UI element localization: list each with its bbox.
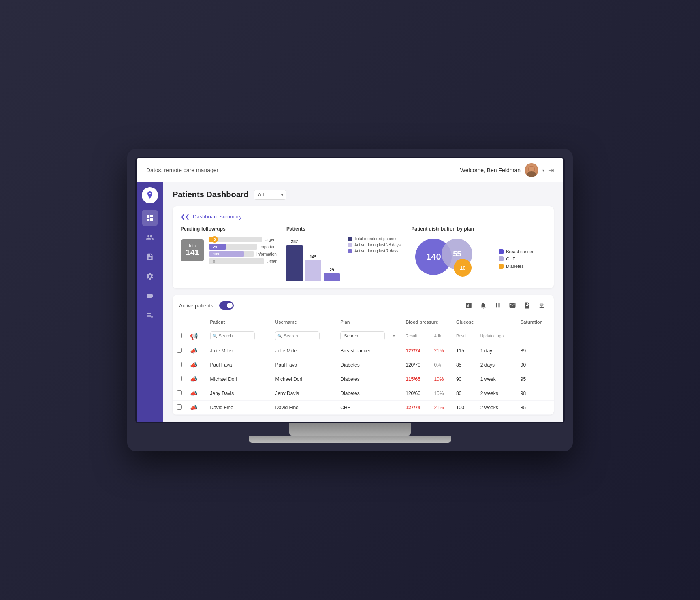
megaphone-header-icon: 📢 [190, 333, 198, 340]
legend-total: Total monitored patients [348, 237, 401, 241]
row3-adh-value: 10% [434, 376, 444, 382]
toggle-chevron: ❮❮ [181, 214, 190, 220]
bar-track-urgent: 3 [209, 237, 262, 242]
th-plan: Plan [336, 316, 401, 328]
filter-select[interactable]: All Active Inactive [254, 190, 286, 200]
sidebar-item-dashboard[interactable] [142, 210, 158, 226]
row5-glucose: 100 [452, 401, 476, 415]
table-header-bar: Active patients [173, 295, 554, 316]
information-label: Information [256, 252, 277, 256]
dist-label-diabetes: Diabetes [506, 264, 523, 269]
row5-bp-adh: 21% [430, 401, 452, 415]
table-body: 📣 Julie Miller Julie Miller Breast cance… [173, 344, 554, 415]
bar-track-other: 0 [209, 258, 264, 264]
plan-filter-select[interactable]: Search... Breast cancer Diabetes CHF [340, 331, 385, 340]
row5-username: David Fine [271, 401, 336, 415]
action-export-icon[interactable] [536, 300, 547, 311]
dist-legend-chf: CHF [499, 256, 534, 261]
dist-label-chf: CHF [506, 256, 515, 261]
bar-track-important: 29 [209, 244, 257, 250]
total-label: Total [186, 243, 199, 248]
row3-check [173, 372, 186, 386]
action-chart-icon[interactable] [463, 300, 474, 311]
row1-alert-icon: 📣 [190, 347, 198, 354]
row1-plan: Breast cancer [336, 344, 401, 358]
summary-toggle[interactable]: ❮❮ Dashboard summary [181, 214, 546, 220]
sidebar-item-settings[interactable] [142, 268, 158, 284]
table-row: 📣 Michael Dori Michael Dori Diabetes 115… [173, 372, 554, 386]
th-glucose-updated-sub: Updated ago. [476, 328, 516, 344]
sidebar-item-reports[interactable] [142, 249, 158, 265]
bar-other: 0 Other [209, 258, 277, 264]
sidebar-item-patients[interactable] [142, 229, 158, 246]
logout-icon[interactable]: ⇥ [548, 167, 554, 174]
th-username: Username [271, 316, 336, 328]
total-num: 141 [186, 248, 199, 257]
row1-glucose-updated: 1 day [476, 344, 516, 358]
bar-total-monitored: 287 [286, 239, 303, 281]
action-pause-icon[interactable] [492, 300, 504, 311]
row1-username: Julie Miller [271, 344, 336, 358]
action-bell-icon[interactable] [478, 300, 489, 311]
active-toggle-container: Active patients [179, 301, 234, 310]
bar-145 [305, 260, 321, 281]
legend-dot-28 [348, 243, 352, 247]
row2-name: Paul Fava [206, 358, 271, 372]
bar-important: 29 Important [209, 244, 277, 250]
row5-glucose-updated: 2 weeks [476, 401, 516, 415]
th-plan-select: Search... Breast cancer Diabetes CHF [336, 328, 401, 344]
row1-alert: 📣 [186, 344, 206, 358]
row3-bp-adh: 10% [430, 372, 452, 386]
th-patient: Patient [206, 316, 271, 328]
row2-alert: 📣 [186, 358, 206, 372]
row3-alert-icon: 📣 [190, 376, 198, 382]
row2-adh-value: 0% [434, 362, 441, 368]
filter-select-wrapper[interactable]: All Active Inactive [254, 190, 286, 200]
row4-glucose: 80 [452, 386, 476, 401]
sidebar [137, 182, 163, 422]
action-mail-icon[interactable] [507, 300, 518, 311]
th-bp-result: Blood pressure [401, 316, 452, 328]
row4-username: Jeny Davis [271, 386, 336, 401]
table-row: 📣 Julie Miller Julie Miller Breast cance… [173, 344, 554, 358]
sidebar-item-video[interactable] [142, 288, 158, 304]
legend-7: Active during last 7 days [348, 249, 401, 253]
active-toggle[interactable] [219, 301, 234, 310]
row5-check [173, 401, 186, 415]
th-glucose-result-sub: Result [452, 328, 476, 344]
legend-label-total: Total monitored patients [354, 237, 397, 241]
row4-bp-value: 120/60 [405, 391, 420, 396]
avatar[interactable] [525, 163, 538, 177]
row3-checkbox[interactable] [177, 376, 182, 381]
welcome-text: Welcome, Ben Feldman [460, 167, 521, 173]
row5-checkbox[interactable] [177, 404, 182, 410]
row1-check [173, 344, 186, 358]
row3-name: Michael Dori [206, 372, 271, 386]
table-row: 📣 David Fine David Fine CHF 127/74 21% 1… [173, 401, 554, 415]
row1-name: Julie Miller [206, 344, 271, 358]
select-all-checkbox[interactable] [177, 333, 182, 338]
username-search-input[interactable] [275, 331, 320, 340]
action-doc-icon[interactable] [521, 300, 533, 311]
th-patient-search [206, 328, 271, 344]
row1-saturation: 89 [516, 344, 554, 358]
bar-fill-important: 29 [209, 244, 226, 250]
row5-saturation: 85 [516, 401, 554, 415]
row1-checkbox[interactable] [177, 348, 182, 353]
dist-legend-breast: Breast cancer [499, 249, 534, 254]
row2-checkbox[interactable] [177, 362, 182, 367]
legend-label-7: Active during last 7 days [354, 249, 398, 253]
th-username-search [271, 328, 336, 344]
page-header: Patients Dashboard All Active Inactive [173, 190, 554, 200]
patients-table-section: Active patients [173, 295, 554, 415]
row5-name: David Fine [206, 401, 271, 415]
row4-checkbox[interactable] [177, 390, 182, 395]
row5-bp-value: 127/74 [405, 405, 420, 410]
th-alert [186, 316, 206, 328]
distribution-title: Patient distribution by plan [411, 226, 546, 232]
summary-label: Dashboard summary [193, 214, 242, 220]
dist-dot-chf [499, 256, 504, 261]
patient-search-input[interactable] [210, 331, 255, 340]
user-menu-chevron[interactable]: ▾ [542, 168, 544, 173]
sidebar-item-notes[interactable] [142, 307, 158, 323]
